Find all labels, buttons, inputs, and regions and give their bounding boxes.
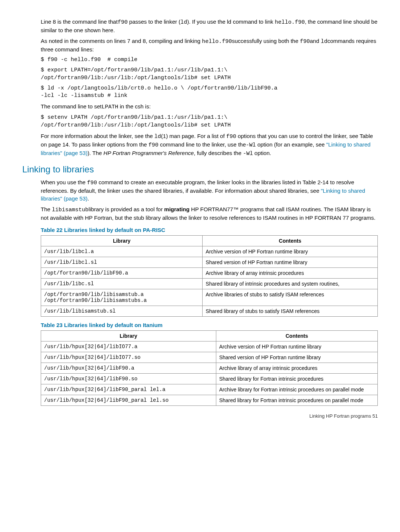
th-library: Library bbox=[41, 330, 216, 341]
paragraph-csh: The command line to setLPATH in the csh … bbox=[41, 102, 378, 111]
paragraph-comments: As noted in the comments on lines 7 and … bbox=[41, 37, 378, 53]
cell-library: /usr/lib/hpux[32|64]/libF90_paral lel.so bbox=[41, 395, 216, 405]
section-heading-linking: Linking to libraries bbox=[22, 164, 378, 175]
cell-contents: Archive version of HP Fortran runtime li… bbox=[203, 246, 378, 257]
table-header-row: Library Contents bbox=[41, 235, 378, 246]
cell-library: /usr/lib/hpux[32|64]/libF90_paral lel.a bbox=[41, 384, 216, 395]
code-block-setenv: $ setenv LPATH /opt/fortran90/lib/pa1.1:… bbox=[41, 114, 378, 129]
text: . bbox=[87, 195, 89, 202]
code-f90: f90 bbox=[226, 134, 236, 140]
table-row: /usr/lib/libcl.aArchive version of HP Fo… bbox=[41, 246, 378, 257]
table-header-row: Library Contents bbox=[41, 330, 378, 341]
table-row: /usr/lib/hpux[32|64]/libIO77.soShared ve… bbox=[41, 352, 378, 363]
text: ). The bbox=[87, 150, 103, 156]
cell-contents: Shared version of HP Fortran runtime lib… bbox=[203, 257, 378, 267]
table-row: /opt/fortran90/lib/libF90.aArchive libra… bbox=[41, 267, 378, 278]
paragraph-f90-command: When you use the f90 command to create a… bbox=[41, 178, 378, 202]
code-ld: ld bbox=[180, 19, 187, 26]
code-block-link: $ ld -x /opt/langtools/lib/crt0.o hello.… bbox=[41, 85, 378, 100]
cell-contents: Shared library of intrinsic procedures a… bbox=[203, 278, 378, 289]
code-ld: ld bbox=[154, 134, 161, 140]
table-row: /usr/lib/hpux[32|64]/libF90_paral lel.aA… bbox=[41, 384, 378, 395]
paragraph-libisamstub: The libisamstublibrary is provided as a … bbox=[41, 205, 378, 222]
code-ld: ld bbox=[321, 38, 327, 45]
th-contents: Contents bbox=[203, 235, 378, 246]
code-hello: hello.f90 bbox=[275, 19, 305, 26]
table-row: /usr/lib/libisamstub.slShared library of… bbox=[41, 306, 378, 316]
text: library is provided as a tool for bbox=[89, 206, 164, 212]
code-f90: f90 bbox=[300, 38, 310, 45]
cell-library: /usr/lib/libcl.sl bbox=[41, 257, 203, 267]
table-row: /usr/lib/hpux[32|64]/libF90_paral lel.so… bbox=[41, 395, 378, 405]
text: The command line to set bbox=[41, 103, 101, 110]
cell-library: /usr/lib/hpux[32|64]/libIO77.so bbox=[41, 352, 216, 363]
table-row: /usr/lib/libc.slShared library of intrin… bbox=[41, 278, 378, 289]
cell-contents: Shared library for Fortran intrinsic pro… bbox=[216, 373, 377, 384]
cell-contents: Shared library for Fortran intrinsic pro… bbox=[216, 395, 377, 405]
cell-library: /usr/lib/libisamstub.sl bbox=[41, 306, 203, 316]
bold-migrating: migrating bbox=[164, 206, 189, 212]
cell-library: /usr/lib/libcl.a bbox=[41, 246, 203, 257]
text: When you use the bbox=[41, 179, 87, 185]
paragraph-linker-info: For more information about the linker, s… bbox=[41, 132, 378, 158]
table-row: /usr/lib/hpux[32|64]/libF90.aArchive lib… bbox=[41, 363, 378, 373]
table-23-itanium: Library Contents /usr/lib/hpux[32|64]/li… bbox=[41, 330, 378, 406]
text: For more information about the linker, s… bbox=[41, 133, 154, 139]
cell-contents: Archive libraries of stubs to satisfy IS… bbox=[203, 289, 378, 306]
cell-contents: Shared library of stubs to satisfy ISAM … bbox=[203, 306, 378, 316]
text: (1) man page. For a list of bbox=[161, 133, 226, 139]
text: The bbox=[41, 206, 52, 212]
text: ). If you use the ld command to link bbox=[187, 18, 275, 25]
code-f90: f90 bbox=[149, 142, 159, 148]
cell-contents: Archive version of HP Fortran runtime li… bbox=[216, 341, 377, 352]
table-row: /usr/lib/libcl.slShared version of HP Fo… bbox=[41, 257, 378, 267]
cell-contents: Archive library of array intrinsic proce… bbox=[216, 363, 377, 373]
text: and bbox=[310, 38, 321, 44]
cell-library: /opt/fortran90/lib/libisamstub.a /opt/fo… bbox=[41, 289, 203, 306]
text: option (for an example, see bbox=[256, 141, 326, 148]
text: successfully using both the bbox=[232, 38, 300, 44]
table-row: /opt/fortran90/lib/libisamstub.a /opt/fo… bbox=[41, 289, 378, 306]
table-22-parisc: Library Contents /usr/lib/libcl.aArchive… bbox=[41, 235, 378, 317]
code-hello: hello.f90 bbox=[202, 38, 232, 45]
table-row: /usr/lib/hpux[32|64]/libIO77.aArchive ve… bbox=[41, 341, 378, 352]
table22-title: Table 22 Libraries linked by default on … bbox=[41, 227, 378, 233]
text: As noted in the comments on lines 7 and … bbox=[41, 38, 202, 44]
code-f90: f90 bbox=[118, 19, 128, 26]
paragraph-line8: Line 8 is the command line thatf90 passe… bbox=[41, 18, 378, 34]
table-row: /usr/lib/hpux[32|64]/libF90.soShared lib… bbox=[41, 373, 378, 384]
code-block-export: $ export LPATH=/opt/fortran90/lib/pa1.1:… bbox=[41, 67, 378, 82]
th-library: Library bbox=[41, 235, 203, 246]
th-contents: Contents bbox=[216, 330, 377, 341]
cell-contents: Archive library of array intrinsic proce… bbox=[203, 267, 378, 278]
text: in the csh is: bbox=[118, 103, 151, 110]
reference-title: HP Fortran Programmer's Reference bbox=[103, 150, 194, 156]
text: passes to the linker ( bbox=[128, 18, 181, 25]
cell-contents: Shared version of HP Fortran runtime lib… bbox=[216, 352, 377, 363]
cell-library: /usr/lib/hpux[32|64]/libIO77.a bbox=[41, 341, 216, 352]
cell-library: /usr/lib/libc.sl bbox=[41, 278, 203, 289]
cell-library: /usr/lib/hpux[32|64]/libF90.a bbox=[41, 363, 216, 373]
table23-title: Table 23 Libraries linked by default on … bbox=[41, 322, 378, 328]
text: , fully describes the bbox=[194, 150, 243, 156]
page-footer: Linking HP Fortran programs 51 bbox=[41, 413, 378, 419]
text: command line to the linker, use the bbox=[159, 141, 246, 148]
cell-library: /usr/lib/hpux[32|64]/libF90.so bbox=[41, 373, 216, 384]
code-lpath: LPATH bbox=[101, 104, 118, 110]
cell-library: /opt/fortran90/lib/libF90.a bbox=[41, 267, 203, 278]
code-libisamstub: libisamstub bbox=[52, 207, 89, 213]
code-wl: -Wl bbox=[246, 142, 256, 148]
code-block-compile: $ f90 -c hello.f90 # compile bbox=[41, 56, 378, 64]
text: Line 8 is the command line that bbox=[41, 18, 118, 25]
code-wl: -Wl bbox=[243, 151, 253, 157]
text: option. bbox=[253, 150, 271, 156]
code-f90: f90 bbox=[87, 180, 97, 186]
cell-contents: Archive library for Fortran intrinsic pr… bbox=[216, 384, 377, 395]
